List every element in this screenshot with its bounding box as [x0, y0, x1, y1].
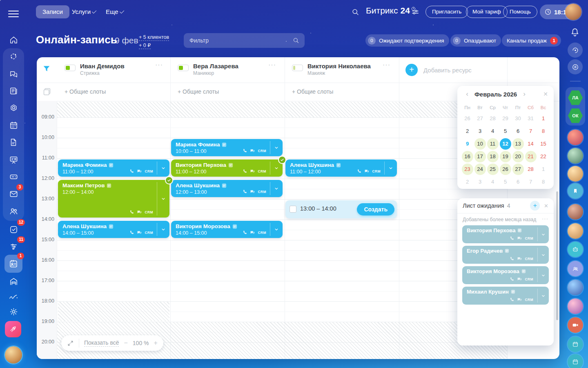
calendar-day[interactable]: 4 [487, 126, 499, 137]
calendar-day[interactable]: 28 [487, 113, 499, 124]
calendar-day[interactable]: 23 [462, 164, 473, 175]
sidebar-item-workgroups[interactable] [4, 100, 22, 116]
calendar-day[interactable]: 27 [474, 113, 486, 124]
selected-date-label[interactable]: 9 фев [115, 36, 138, 45]
waiting-expand-button[interactable] [537, 289, 549, 303]
message-history-button[interactable] [568, 59, 583, 74]
appointment-expand-button[interactable] [157, 162, 169, 175]
calendar-day[interactable]: 4 [487, 176, 499, 188]
saved-messages-chat[interactable] [568, 183, 583, 199]
chat-avatar[interactable] [568, 166, 583, 182]
resource-toggle[interactable] [292, 65, 303, 71]
calendar-day[interactable]: 18 [487, 151, 499, 162]
next-month-button[interactable]: › [520, 90, 528, 98]
expand-icon[interactable] [67, 340, 74, 347]
calendar-day[interactable]: 5 [500, 126, 511, 137]
settings-sliders-icon[interactable] [412, 9, 419, 15]
group-chat[interactable] [568, 261, 583, 276]
waiting-list-card[interactable]: Михаил Крушин CRM [462, 287, 549, 305]
filter-input[interactable] [189, 37, 292, 44]
appointment-expand-button[interactable] [384, 162, 397, 175]
zoom-out-button[interactable]: − [124, 339, 127, 347]
chat-avatar[interactable] [568, 130, 583, 145]
sidebar-item-warehouse[interactable] [4, 273, 22, 289]
sidebar-item-calendar[interactable] [4, 117, 22, 133]
layers-icon[interactable] [42, 87, 52, 96]
appointment-card[interactable]: Алена Шукшина 14:00 – 15:00 CRM [58, 221, 169, 238]
calendar-day[interactable]: 3 [474, 126, 486, 137]
calendar-day[interactable]: 31 [525, 113, 537, 124]
calendar-day[interactable]: 14 [525, 138, 537, 150]
hamburger-menu-button[interactable] [8, 9, 19, 19]
calendar-day[interactable]: 8 [538, 176, 549, 188]
resource-menu-button[interactable]: ··· [383, 61, 390, 69]
calendar-chat[interactable] [568, 354, 583, 368]
sidebar-item-documents[interactable] [4, 134, 22, 150]
calendar-day[interactable]: 28 [525, 164, 537, 175]
calendar-day[interactable]: 20 [512, 151, 524, 162]
sidebar-item-settings[interactable] [4, 303, 22, 320]
sidebar-item-network[interactable] [4, 48, 22, 65]
amount-link[interactable]: + 0 ₽ [139, 41, 151, 49]
sidebar-item-employees[interactable] [4, 203, 22, 219]
help-button[interactable]: Помощь [503, 6, 537, 18]
calendar-day[interactable]: 22 [538, 151, 549, 162]
show-all-link[interactable]: Показать всё [84, 339, 119, 347]
appointment-card[interactable]: Марина Фомина 11:00 – 12:00 CRM [58, 159, 169, 177]
copilot-button[interactable] [568, 43, 583, 58]
appointment-expand-button[interactable] [157, 223, 169, 236]
waiting-list-card[interactable]: Виктория Морозова CRM [462, 266, 549, 284]
notifications-button[interactable] [570, 27, 580, 38]
add-resource-button[interactable]: + Добавить ресурс [399, 57, 507, 83]
waiting-expand-button[interactable] [537, 248, 549, 262]
waiting-list-card[interactable]: Егор Радичев CRM [462, 246, 549, 264]
common-slots-button[interactable]: + Общие слоты [292, 88, 333, 95]
waiting-list-menu-button[interactable]: ··· [542, 215, 548, 222]
appointment-expand-button[interactable] [270, 223, 283, 236]
calendar-day[interactable]: 11 [487, 138, 499, 150]
calendar-day[interactable]: 10 [474, 138, 486, 150]
calendar-day[interactable]: 9 [462, 138, 473, 150]
topbar-menu-uslugi[interactable]: Услуги [72, 5, 97, 18]
sidebar-item-home[interactable] [4, 31, 22, 48]
calendar-day[interactable]: 26 [500, 164, 511, 175]
create-slot-card[interactable]: 13:00 – 14:00 Создать [285, 200, 397, 218]
pending-confirmation-badge[interactable]: 0 Ожидают подтверждения [365, 34, 449, 47]
sales-channels-button[interactable]: Каналы продаж 1 [502, 34, 561, 47]
common-slots-button[interactable]: + Общие слоты [65, 88, 106, 95]
calendar-day[interactable]: 16 [462, 151, 473, 162]
appointment-card[interactable]: Виктория Перхова 11:00 – 12:00 CRM [171, 159, 283, 177]
calendar-day[interactable]: 25 [487, 164, 499, 175]
calendar-day[interactable]: 24 [474, 164, 486, 175]
waiting-list-card[interactable]: Виктория Перхова CRM [462, 225, 549, 243]
sidebar-item-feed[interactable] [4, 83, 22, 99]
calendar-day[interactable]: 27 [512, 164, 524, 175]
clients-count-link[interactable]: + 5 клиентов [139, 33, 169, 40]
calendar-day[interactable]: 19 [500, 151, 511, 162]
sidebar-item-booking-active[interactable]: 1 [4, 255, 22, 273]
my-profile-avatar[interactable] [5, 346, 22, 364]
calendar-day[interactable]: 6 [512, 176, 524, 188]
waiting-expand-button[interactable] [537, 227, 549, 241]
vertical-scrollbar[interactable] [556, 191, 558, 320]
calendar-day[interactable]: 7 [525, 176, 537, 188]
calendar-day[interactable]: 15 [538, 138, 549, 150]
zoom-in-button[interactable]: + [154, 339, 158, 347]
sidebar-item-drive[interactable] [4, 168, 22, 185]
calendar-day[interactable]: 12 [500, 138, 511, 150]
calendar-day[interactable]: 6 [512, 126, 524, 137]
prev-month-button[interactable]: ‹ [463, 90, 471, 98]
calendar-day[interactable]: 21 [525, 151, 537, 162]
search-icon[interactable] [351, 8, 360, 16]
search-icon[interactable] [292, 37, 300, 44]
slot-checkbox[interactable] [290, 206, 296, 213]
calendar-day[interactable]: 29 [500, 113, 511, 124]
resource-toggle[interactable] [178, 65, 189, 71]
sidebar-item-crm[interactable]: 11 [4, 238, 22, 255]
video-call-chat[interactable] [568, 317, 583, 333]
topbar-tab-zapisi[interactable]: Записи [36, 5, 69, 18]
common-slots-button[interactable]: + Общие слоты [178, 88, 219, 95]
sidebar-item-boost[interactable] [5, 321, 21, 337]
chat-avatar[interactable] [568, 148, 583, 164]
sidebar-item-sign[interactable] [4, 289, 22, 305]
